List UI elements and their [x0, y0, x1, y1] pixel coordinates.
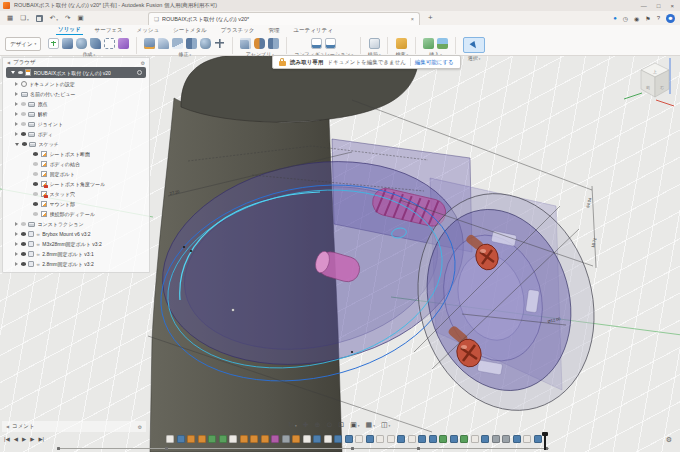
timeline-feature-icon[interactable]	[534, 435, 542, 443]
window-minimize-button[interactable]: —	[641, 3, 647, 9]
notifications-bell-icon[interactable]: ⚑	[645, 15, 650, 22]
visibility-eye-icon[interactable]	[21, 222, 26, 225]
sketch-point[interactable]	[183, 246, 185, 248]
timeline-feature-icon[interactable]	[450, 435, 458, 443]
sketch-point[interactable]	[232, 309, 235, 312]
timeline-feature-icon[interactable]	[418, 435, 426, 443]
visibility-eye-icon[interactable]	[21, 242, 26, 245]
shell-icon[interactable]	[172, 38, 183, 49]
timeline-feature-icon[interactable]	[261, 435, 269, 443]
browser-settings-gear-icon[interactable]: ⚙	[141, 60, 145, 66]
browser-row-linked-component[interactable]: ∞ 2.8mm固定ボルト v3:1	[3, 249, 149, 259]
zoom-icon[interactable]: ⊕	[315, 421, 321, 428]
undo-icon[interactable]: ↶▾	[50, 14, 58, 22]
timeline-track[interactable]	[57, 448, 549, 449]
help-icon[interactable]: ?	[657, 15, 660, 21]
dimension-label[interactable]: 18.71	[590, 237, 597, 249]
browser-row-named-views[interactable]: 名前の付いたビュー	[3, 89, 149, 99]
timeline-feature-icon[interactable]	[177, 435, 185, 443]
visibility-eye-icon[interactable]	[18, 71, 23, 74]
construction-plane-icon[interactable]	[369, 38, 380, 49]
make-editable-link[interactable]: 編集可能にする	[415, 59, 454, 66]
display-settings-icon[interactable]: ▣▾	[350, 421, 359, 428]
visibility-eye-icon[interactable]	[21, 112, 26, 115]
data-panel-icon[interactable]: ▦	[7, 14, 13, 22]
combine-icon[interactable]	[186, 38, 197, 49]
job-status-icon[interactable]: ●	[613, 15, 617, 21]
comments-settings-gear-icon[interactable]: ⚙	[138, 424, 142, 430]
pan-icon[interactable]: ✚	[303, 421, 309, 428]
visibility-eye-icon[interactable]	[21, 262, 26, 265]
press-pull-icon[interactable]	[144, 38, 155, 49]
timeline-playhead[interactable]	[544, 432, 546, 450]
timeline-feature-icon[interactable]	[439, 435, 447, 443]
visibility-eye-icon[interactable]	[21, 132, 26, 135]
measure-icon[interactable]	[396, 38, 407, 49]
visibility-eye-icon[interactable]	[33, 192, 38, 195]
browser-row-linked-component[interactable]: ∞ Brybox Mount v6 v3:2	[3, 229, 149, 239]
browser-row-sketch-locked[interactable]: スタッド穴	[3, 189, 149, 199]
expander-icon[interactable]	[15, 143, 19, 146]
profile-avatar[interactable]: ☻	[666, 14, 675, 23]
visibility-eye-icon[interactable]	[33, 152, 38, 155]
timeline-group-node[interactable]	[165, 447, 168, 450]
fillet-icon[interactable]	[158, 38, 169, 49]
visibility-eye-icon[interactable]	[21, 102, 26, 105]
expander-icon[interactable]	[15, 122, 18, 126]
timeline-feature-icon[interactable]	[429, 435, 437, 443]
workspace-selector[interactable]: デザイン▾	[5, 37, 41, 51]
timeline-feature-icon[interactable]	[387, 435, 395, 443]
browser-row-sketch[interactable]: ボディの結合	[3, 159, 149, 169]
timeline-feature-icon[interactable]	[229, 435, 237, 443]
visibility-eye-icon[interactable]	[21, 252, 26, 255]
timeline-feature-icon[interactable]	[324, 435, 332, 443]
timeline-feature-icon[interactable]	[502, 435, 510, 443]
expander-icon[interactable]	[15, 102, 18, 106]
move-copy-icon[interactable]	[214, 38, 225, 49]
browser-row-sketches[interactable]: スケッチ	[3, 139, 149, 149]
window-maximize-button[interactable]: □	[657, 3, 661, 9]
pattern-icon[interactable]	[104, 38, 115, 49]
timeline-feature-icon[interactable]	[166, 435, 174, 443]
tab-manage[interactable]: 管理	[266, 26, 281, 36]
expander-icon[interactable]	[11, 71, 15, 74]
visibility-eye-icon[interactable]	[33, 182, 38, 185]
modify-group-label[interactable]: 修正▾	[179, 51, 192, 57]
expander-icon[interactable]	[15, 232, 18, 236]
browser-row-linked-component[interactable]: ∞ M3x28mm固定ボルト v3:2	[3, 239, 149, 249]
timeline-feature-icon[interactable]	[492, 435, 500, 443]
as-built-joint-icon[interactable]	[268, 38, 279, 49]
go-to-end-button[interactable]: ▶|	[38, 436, 44, 442]
tab-solid[interactable]: ソリッド	[56, 25, 83, 36]
timeline-feature-icon[interactable]	[250, 435, 258, 443]
configuration-table-icon[interactable]	[325, 38, 336, 49]
document-tab[interactable]: ❏ ROUBAIXポスト取付 (なんの) v20* ×	[148, 12, 420, 25]
timeline-feature-icon[interactable]	[219, 435, 227, 443]
tab-sheetmetal[interactable]: シートメタル	[171, 26, 209, 36]
new-document-tab-button[interactable]: +	[428, 13, 433, 22]
browser-row-linked-component[interactable]: ∞ 2.8mm固定ボルト v3:2	[3, 259, 149, 269]
look-at-icon[interactable]: ⊙	[326, 421, 332, 428]
view-cube[interactable]: ⌂ 上 前 右	[620, 48, 674, 106]
browser-row-bodies[interactable]: ボディ	[3, 129, 149, 139]
extrude-icon[interactable]	[62, 38, 73, 49]
visibility-eye-icon[interactable]	[33, 202, 38, 205]
visibility-eye-icon[interactable]	[33, 172, 38, 175]
assemble-group-label[interactable]: アセンブリ▾	[246, 51, 274, 57]
dimension-label[interactable]: 64.04	[585, 197, 592, 209]
document-tab-close-icon[interactable]: ×	[411, 16, 414, 22]
new-component-icon[interactable]	[240, 38, 251, 49]
timeline-group-node[interactable]	[351, 447, 354, 450]
sketch-point[interactable]	[351, 351, 353, 353]
select-tool-button[interactable]	[463, 37, 485, 53]
timeline-feature-icon[interactable]	[271, 435, 279, 443]
timeline-feature-icon[interactable]	[208, 435, 216, 443]
timeline-feature-icon[interactable]	[513, 435, 521, 443]
browser-row-sketch[interactable]: 固定ボルト	[3, 169, 149, 179]
browser-row-construction[interactable]: コンストラクション	[3, 219, 149, 229]
viewports-icon[interactable]: ◫▾	[381, 421, 390, 428]
browser-row-sketch[interactable]: 接続部のディテール	[3, 209, 149, 219]
expander-icon[interactable]	[15, 222, 18, 226]
timeline-feature-icon[interactable]	[313, 435, 321, 443]
extensions-icon[interactable]: ▣	[77, 14, 83, 22]
